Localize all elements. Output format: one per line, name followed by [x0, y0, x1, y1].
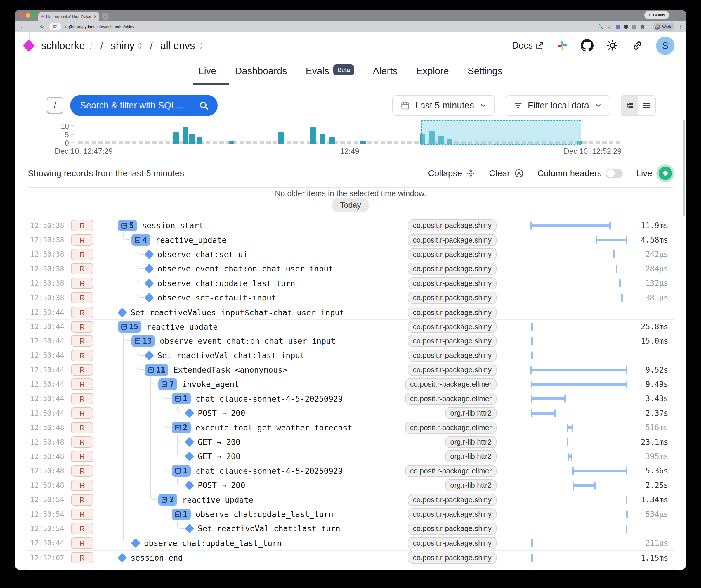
scope-tag[interactable]: co.posit.r-package.shiny: [408, 321, 497, 333]
scope-tag[interactable]: co.posit.r-package.shiny: [408, 537, 497, 549]
table-row[interactable]: 12:50:38Robserve chat:update_last_turnco…: [26, 276, 675, 290]
back-icon[interactable]: ←: [20, 24, 25, 29]
table-row[interactable]: 12:50:44RSet reactiveValues input$chat-c…: [26, 305, 675, 319]
scope-tag[interactable]: co.posit.r-package.shiny: [408, 552, 497, 564]
collapse-badge[interactable]: 7: [158, 378, 177, 390]
live-toggle-button[interactable]: [656, 164, 674, 182]
docs-link[interactable]: Docs: [512, 40, 544, 51]
collapse-badge[interactable]: 2: [172, 422, 191, 433]
bookmark-star-icon[interactable]: ☆: [607, 23, 612, 30]
table-row[interactable]: 12:50:38Robserve set-default-inputco.pos…: [26, 290, 675, 305]
tab-close-icon[interactable]: ✕: [94, 15, 97, 19]
scope-tag[interactable]: co.posit.r-package.shiny: [408, 277, 497, 289]
kebab-menu-icon[interactable]: ⋮: [678, 24, 683, 29]
table-row[interactable]: 12:50:44R1chat claude-sonnet-4-5-2025092…: [26, 392, 675, 406]
traffic-minimize-button[interactable]: [26, 13, 30, 18]
scope-tag[interactable]: co.posit.r-package.shiny: [408, 234, 497, 246]
scope-tag[interactable]: co.posit.r-package.ellmer: [405, 393, 497, 405]
tree-view-button[interactable]: [621, 95, 638, 116]
table-row[interactable]: 12:50:38R4reactive_updateco.posit.r-pack…: [26, 233, 675, 247]
today-pill[interactable]: Today: [332, 198, 369, 212]
histogram-bar[interactable]: [174, 132, 179, 144]
table-row[interactable]: 12:50:44RPOST → 200org.r-lib.httr22.37s: [26, 406, 675, 420]
project-selector[interactable]: shiny: [111, 40, 143, 51]
forward-icon[interactable]: →: [30, 24, 35, 29]
table-row[interactable]: 12:50:38Robserve event chat:on_chat_user…: [26, 261, 675, 276]
table-row[interactable]: 12:50:44R13observe event chat:on_chat_us…: [26, 334, 675, 348]
table-row[interactable]: 12:50:38R5session_startco.posit.r-packag…: [26, 218, 675, 233]
scope-tag[interactable]: org.r-lib.httr2: [445, 450, 497, 462]
scope-tag[interactable]: co.posit.r-package.shiny: [408, 248, 497, 260]
column-headers-toggle[interactable]: [606, 169, 623, 178]
tab-evals[interactable]: EvalsBeta: [306, 65, 354, 76]
histogram-bar[interactable]: [278, 132, 284, 144]
table-row[interactable]: 12:50:44R7invoke_agentco.posit.r-package…: [26, 377, 675, 391]
histogram-bar[interactable]: [229, 141, 234, 144]
traffic-close-button[interactable]: [19, 13, 24, 18]
user-avatar[interactable]: S: [656, 36, 674, 55]
table-row[interactable]: 12:50:48RPOST → 200org.r-lib.httr22.25s: [26, 478, 675, 493]
table-row[interactable]: 12:50:48R1chat claude-sonnet-4-5-2025092…: [26, 464, 675, 478]
table-row[interactable]: 12:50:44R11ExtendedTask <anonymous>co.po…: [26, 363, 675, 377]
scope-tag[interactable]: co.posit.r-package.shiny: [408, 307, 497, 319]
gear-extension-icon[interactable]: [624, 25, 628, 29]
scope-tag[interactable]: co.posit.r-package.shiny: [408, 523, 497, 535]
histogram-bar[interactable]: [310, 128, 316, 144]
url-field[interactable]: logfire-us.pydantic.dev/schloerke/shiny: [64, 25, 134, 29]
tab-dashboards[interactable]: Dashboards: [235, 65, 287, 76]
collapse-badge[interactable]: 1: [172, 509, 191, 520]
scope-tag[interactable]: co.posit.r-package.ellmer: [405, 465, 497, 477]
zoom-page-icon[interactable]: 🔍: [598, 24, 603, 29]
collapse-badge[interactable]: 1: [172, 465, 191, 477]
tab-alerts[interactable]: Alerts: [373, 65, 397, 76]
table-row[interactable]: 12:50:54R2reactive_updateco.posit.r-pack…: [26, 493, 675, 507]
profile-chip[interactable]: Work: [653, 22, 674, 31]
gemini-button[interactable]: ✦ Gemini: [644, 11, 669, 19]
extensions-puzzle-icon[interactable]: [640, 24, 645, 29]
scope-tag[interactable]: org.r-lib.httr2: [445, 479, 497, 491]
env-selector[interactable]: all envs: [160, 40, 203, 51]
table-row[interactable]: 12:50:44Robserve chat:update_last_turnco…: [26, 536, 675, 550]
collapse-badge[interactable]: 1: [172, 393, 191, 404]
scope-tag[interactable]: co.posit.r-package.ellmer: [405, 378, 497, 390]
collapse-button[interactable]: Collapse: [428, 168, 475, 178]
share-link-icon[interactable]: [632, 40, 643, 51]
table-row[interactable]: 12:50:48RGET → 200org.r-lib.httr2395ms: [26, 449, 675, 463]
github-icon[interactable]: [581, 39, 594, 52]
histogram-bar[interactable]: [320, 134, 325, 144]
histogram-bar[interactable]: [189, 134, 195, 144]
scope-tag[interactable]: co.posit.r-package.ellmer: [405, 422, 497, 434]
table-row[interactable]: 12:50:48RGET → 200org.r-lib.httr223.1ms: [26, 435, 675, 449]
histogram-bar[interactable]: [329, 137, 335, 144]
list-view-button[interactable]: [638, 95, 655, 116]
table-row[interactable]: 12:50:48R2execute_tool get_weather_forec…: [26, 420, 675, 434]
table-row[interactable]: 12:52:07Rsession_endco.posit.r-package.s…: [26, 550, 675, 565]
collapse-badge[interactable]: 4: [132, 234, 151, 246]
new-tab-button[interactable]: +: [101, 13, 109, 20]
org-selector[interactable]: schloerke: [41, 40, 93, 51]
tab-live[interactable]: Live: [199, 65, 216, 76]
time-range-dropdown[interactable]: Last 5 minutes: [392, 95, 495, 116]
chart-plot-area[interactable]: 10 5 0 Dec 10. 12:47:29 12:49 Dec 10. 12…: [78, 120, 622, 161]
table-row[interactable]: 12:50:54R1observe chat:update_last_turnc…: [26, 507, 675, 521]
scope-tag[interactable]: co.posit.r-package.shiny: [408, 263, 497, 275]
scope-tag[interactable]: co.posit.r-package.shiny: [408, 291, 497, 304]
clear-button[interactable]: Clear: [489, 168, 524, 178]
site-info-button[interactable]: [49, 23, 61, 30]
scope-tag[interactable]: org.r-lib.httr2: [445, 407, 497, 419]
histogram-bar[interactable]: [361, 141, 366, 144]
scope-tag[interactable]: org.r-lib.httr2: [445, 436, 497, 448]
histogram-bar[interactable]: [183, 128, 188, 144]
slack-icon[interactable]: [557, 40, 568, 51]
search-sql-button[interactable]: Search & filter with SQL...: [70, 95, 218, 116]
collapse-badge[interactable]: 2: [158, 494, 177, 506]
collapse-badge[interactable]: 5: [118, 220, 137, 231]
table-row[interactable]: 12:50:44RSet reactiveVal chat:last_input…: [26, 348, 675, 363]
scope-tag[interactable]: co.posit.r-package.shiny: [408, 508, 497, 520]
time-selection-region[interactable]: [421, 121, 581, 145]
collapse-badge[interactable]: 11: [145, 364, 168, 376]
histogram-bar[interactable]: [197, 137, 202, 144]
tab-settings[interactable]: Settings: [468, 65, 502, 76]
tab-explore[interactable]: Explore: [416, 65, 449, 76]
scrollbar-thumb[interactable]: [683, 120, 685, 216]
